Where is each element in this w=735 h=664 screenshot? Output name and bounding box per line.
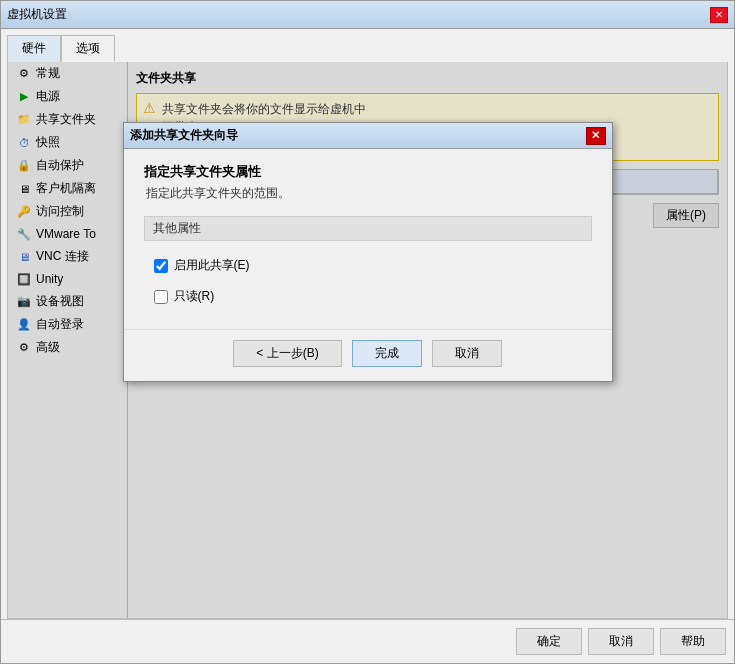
tab-hardware[interactable]: 硬件 <box>7 35 61 62</box>
finish-button[interactable]: 完成 <box>352 340 422 367</box>
bottom-bar: 确定 取消 帮助 <box>1 619 734 663</box>
modal-cancel-button[interactable]: 取消 <box>432 340 502 367</box>
enable-share-label: 启用此共享(E) <box>174 257 250 274</box>
help-button[interactable]: 帮助 <box>660 628 726 655</box>
tab-options[interactable]: 选项 <box>61 35 115 62</box>
title-bar: 虚拟机设置 ✕ <box>1 1 734 29</box>
modal-overlay: 添加共享文件夹向导 ✕ 指定共享文件夹属性 指定此共享文件夹的范围。 其他属性 … <box>8 62 727 618</box>
readonly-share-label: 只读(R) <box>174 288 215 305</box>
title-bar-buttons: ✕ <box>710 7 728 23</box>
content-area: ⚙ 常规 ▶ 电源 📁 共享文件夹 ⏱ 快照 🔒 自动保护 🖥 客户机隔离 <box>7 62 728 619</box>
enable-share-checkbox[interactable] <box>154 259 168 273</box>
add-shared-folder-wizard: 添加共享文件夹向导 ✕ 指定共享文件夹属性 指定此共享文件夹的范围。 其他属性 … <box>123 122 613 382</box>
window-title: 虚拟机设置 <box>7 6 67 23</box>
cancel-button[interactable]: 取消 <box>588 628 654 655</box>
modal-footer: < 上一步(B) 完成 取消 <box>124 329 612 381</box>
tabs-bar: 硬件 选项 <box>1 29 734 62</box>
modal-title: 添加共享文件夹向导 <box>130 127 238 144</box>
close-button[interactable]: ✕ <box>710 7 728 23</box>
modal-heading: 指定共享文件夹属性 <box>144 163 592 181</box>
modal-subheading: 指定此共享文件夹的范围。 <box>144 185 592 202</box>
readonly-checkbox-row: 只读(R) <box>144 284 592 309</box>
ok-button[interactable]: 确定 <box>516 628 582 655</box>
enable-checkbox-row: 启用此共享(E) <box>144 253 592 278</box>
modal-title-bar: 添加共享文件夹向导 ✕ <box>124 123 612 149</box>
readonly-share-checkbox[interactable] <box>154 290 168 304</box>
modal-body: 指定共享文件夹属性 指定此共享文件夹的范围。 其他属性 启用此共享(E) 只读(… <box>124 149 612 329</box>
back-button[interactable]: < 上一步(B) <box>233 340 341 367</box>
modal-section-title: 其他属性 <box>144 216 592 241</box>
main-window: 虚拟机设置 ✕ 硬件 选项 ⚙ 常规 ▶ 电源 📁 共享文件夹 ⏱ <box>0 0 735 664</box>
modal-close-button[interactable]: ✕ <box>586 127 606 145</box>
